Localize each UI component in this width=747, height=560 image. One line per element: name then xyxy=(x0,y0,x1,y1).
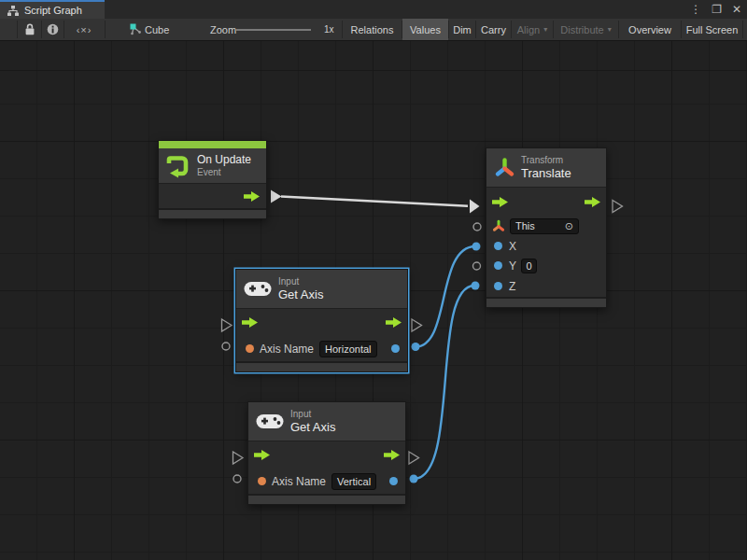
string-port-axis-name[interactable] xyxy=(258,477,266,485)
gamepad-icon xyxy=(244,280,272,298)
tab-script-graph[interactable]: Script Graph xyxy=(0,0,105,19)
toolbar: ‹×› Cube Zoom 1x Relations Values Dim Ca… xyxy=(0,19,747,41)
chevron-down-icon: ▾ xyxy=(608,25,612,34)
node-get-axis-horizontal[interactable]: Input Get Axis Axis Name Horizontal xyxy=(235,269,408,372)
toolbar-separator xyxy=(742,21,743,38)
graph-name-label: Cube xyxy=(145,19,169,40)
node-category: Input xyxy=(278,276,323,287)
full-screen-button[interactable]: Full Screen xyxy=(682,19,742,40)
target-object-field[interactable]: This ⊙ xyxy=(510,218,579,234)
node-subtitle: Event xyxy=(197,167,251,178)
zoom-value: 1x xyxy=(324,19,334,40)
node-on-update[interactable]: On Update Event xyxy=(158,140,267,219)
port-label-x: X xyxy=(509,240,516,253)
align-button: Align ▾ xyxy=(512,19,553,40)
param-label: Axis Name xyxy=(272,475,326,488)
node-footer xyxy=(248,494,405,504)
flow-input-port[interactable] xyxy=(242,317,258,328)
string-port-axis-name[interactable] xyxy=(246,344,254,353)
value-port-x[interactable] xyxy=(494,242,502,250)
title-bar: Script Graph ⋮ ❐ ✕ xyxy=(0,0,747,19)
distribute-button: Distribute ▾ xyxy=(554,19,618,40)
object-picker-icon[interactable]: ⊙ xyxy=(565,220,573,232)
debug-info-button[interactable] xyxy=(41,19,63,40)
lock-icon xyxy=(24,23,35,35)
node-translate[interactable]: Transform Translate This ⊙ xyxy=(486,147,607,308)
carry-button[interactable]: Carry xyxy=(476,19,511,40)
port-label-z: Z xyxy=(509,280,515,293)
code-view-button[interactable]: ‹×› xyxy=(63,19,105,40)
node-get-axis-vertical[interactable]: Input Get Axis Axis Name Vertical xyxy=(247,401,406,505)
zoom-slider-track[interactable] xyxy=(236,29,311,31)
node-title: Get Axis xyxy=(290,420,335,434)
script-graph-window: Script Graph ⋮ ❐ ✕ xyxy=(0,0,747,560)
window-menu-icon[interactable]: ⋮ xyxy=(690,0,701,19)
node-footer xyxy=(159,208,266,218)
loop-event-icon xyxy=(165,154,190,178)
chevron-down-icon: ▾ xyxy=(543,25,547,34)
axis-name-field[interactable]: Vertical xyxy=(331,473,376,490)
toolbar-separator xyxy=(105,21,106,38)
port-label-y: Y xyxy=(509,259,516,273)
code-brackets-icon: ‹×› xyxy=(77,24,92,35)
param-label: Axis Name xyxy=(260,343,314,356)
relations-button[interactable]: Relations xyxy=(343,19,402,40)
lock-button[interactable] xyxy=(19,19,41,40)
transform-icon xyxy=(494,157,515,178)
node-footer xyxy=(236,361,407,371)
flow-input-port[interactable] xyxy=(492,197,508,207)
flow-output-port[interactable] xyxy=(585,197,600,207)
values-button[interactable]: Values xyxy=(402,19,448,40)
value-port-z[interactable] xyxy=(494,282,502,290)
transform-mini-icon[interactable] xyxy=(492,219,505,232)
axis-name-field[interactable]: Horizontal xyxy=(319,341,377,357)
node-title: Get Axis xyxy=(278,287,323,301)
toolbar-separator xyxy=(17,21,18,38)
overview-button[interactable]: Overview xyxy=(619,19,681,40)
flow-output-port[interactable] xyxy=(386,317,402,328)
flow-output-port[interactable] xyxy=(384,450,400,460)
flow-input-port[interactable] xyxy=(254,450,270,460)
node-title: Translate xyxy=(521,166,571,180)
node-title: On Update xyxy=(197,153,251,167)
gamepad-icon xyxy=(256,413,284,430)
graph-asset-icon xyxy=(129,19,142,40)
zoom-label: Zoom xyxy=(210,19,236,40)
graph-hierarchy-icon xyxy=(7,6,19,16)
node-category: Input xyxy=(290,409,335,420)
dim-button[interactable]: Dim xyxy=(449,19,475,40)
y-value-field[interactable]: 0 xyxy=(521,259,537,273)
close-icon[interactable]: ✕ xyxy=(732,0,741,19)
value-output-port[interactable] xyxy=(391,344,400,353)
value-output-port[interactable] xyxy=(389,477,398,485)
value-port-y[interactable] xyxy=(494,261,502,270)
flow-output-port[interactable] xyxy=(244,191,260,202)
event-accent-bar xyxy=(159,141,266,148)
info-icon xyxy=(47,23,59,35)
tab-title: Script Graph xyxy=(24,5,82,16)
node-category: Transform xyxy=(521,155,571,166)
maximize-icon[interactable]: ❐ xyxy=(712,0,722,19)
node-footer xyxy=(486,297,606,307)
